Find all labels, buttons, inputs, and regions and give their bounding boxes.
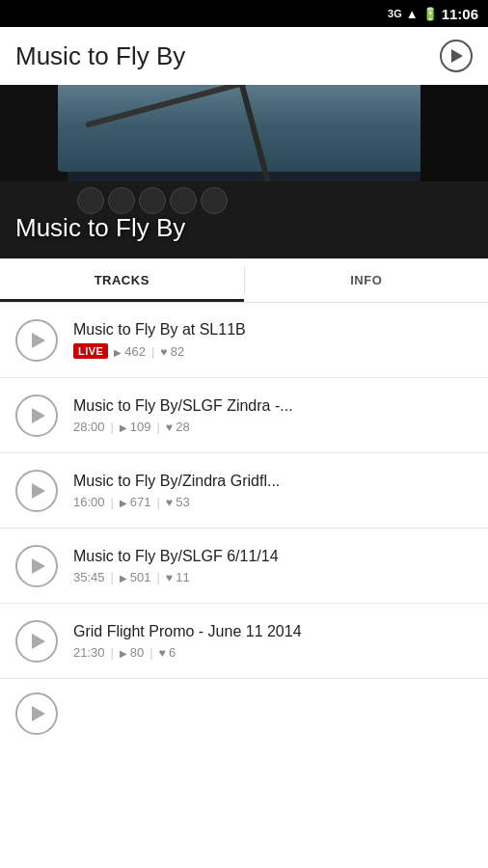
hero-title: Music to Fly By — [15, 213, 185, 243]
track-duration: 35:45 — [73, 570, 105, 584]
meta-divider: | — [111, 645, 114, 660]
app-bar-play-button[interactable] — [440, 40, 473, 72]
instrument-1 — [77, 187, 104, 214]
track-item: Music to Fly By at SL11BLIVE462|82 — [0, 303, 488, 378]
track-heart-count: 53 — [166, 495, 190, 509]
track-title: Grid Flight Promo - June 11 2014 — [73, 623, 473, 640]
track-meta: 35:45|501|11 — [73, 570, 473, 584]
track-play-button[interactable] — [15, 620, 58, 663]
track-info: Music to Fly By/SLGF 6/11/1435:45|501|11 — [73, 548, 473, 584]
track-duration: 21:30 — [73, 645, 105, 660]
track-duration: 16:00 — [73, 495, 105, 509]
track-meta: 16:00|671|53 — [73, 495, 473, 509]
track-heart-count: 11 — [166, 570, 190, 584]
track-item: Music to Fly By/SLGF 6/11/1435:45|501|11 — [0, 529, 488, 604]
meta-divider: | — [156, 570, 159, 584]
track-info: Music to Fly By/Zindra Gridfl...16:00|67… — [73, 473, 473, 509]
app-bar: Music to Fly By — [0, 27, 488, 85]
track-item: Music to Fly By/SLGF Zindra -...28:00|10… — [0, 378, 488, 453]
tab-info[interactable]: INFO — [245, 258, 489, 302]
meta-divider: | — [151, 344, 154, 359]
app-title: Music to Fly By — [15, 41, 185, 71]
track-title: Music to Fly By/SLGF 6/11/14 — [73, 548, 473, 565]
track-play-button[interactable] — [15, 394, 58, 437]
track-title: Music to Fly By/Zindra Gridfl... — [73, 473, 473, 490]
track-play-count: 671 — [120, 495, 150, 509]
track-info: Grid Flight Promo - June 11 201421:30|80… — [73, 623, 473, 660]
track-info: Music to Fly By at SL11BLIVE462|82 — [73, 321, 473, 359]
battery-icon: 🔋 — [422, 7, 438, 21]
signal-icon: ▲ — [406, 7, 419, 21]
track-play-button-partial[interactable] — [15, 692, 58, 735]
track-list: Music to Fly By at SL11BLIVE462|82Music … — [0, 303, 488, 748]
track-play-button[interactable] — [15, 545, 58, 587]
track-duration: 28:00 — [73, 420, 105, 434]
network-label: 3G — [388, 8, 402, 19]
track-play-button[interactable] — [15, 319, 58, 362]
track-item: Music to Fly By/Zindra Gridfl...16:00|67… — [0, 453, 488, 529]
track-play-count: 109 — [120, 420, 150, 434]
tab-tracks[interactable]: TRACKS — [0, 258, 244, 302]
track-play-button[interactable] — [15, 470, 58, 512]
hero-image: Music to Fly By — [0, 85, 488, 258]
track-meta: 21:30|80|6 — [73, 645, 473, 660]
live-badge: LIVE — [73, 343, 108, 359]
meta-divider: | — [111, 570, 114, 584]
meta-divider: | — [111, 420, 114, 434]
track-title: Music to Fly By/SLGF Zindra -... — [73, 397, 473, 415]
track-item: Grid Flight Promo - June 11 201421:30|80… — [0, 604, 488, 679]
track-heart-count: 28 — [166, 420, 190, 434]
track-meta: LIVE462|82 — [73, 343, 473, 359]
track-title: Music to Fly By at SL11B — [73, 321, 473, 339]
status-bar: 3G ▲ 🔋 11:06 — [0, 0, 488, 27]
track-heart-count: 82 — [160, 344, 184, 359]
track-heart-count: 6 — [159, 645, 176, 660]
instrument-4 — [170, 187, 197, 214]
track-meta: 28:00|109|28 — [73, 420, 473, 434]
meta-divider: | — [156, 420, 159, 434]
track-info: Music to Fly By/SLGF Zindra -...28:00|10… — [73, 397, 473, 434]
track-play-count: 80 — [120, 645, 144, 660]
track-play-count: 501 — [120, 570, 150, 584]
status-time: 11:06 — [442, 6, 478, 22]
track-play-count: 462 — [114, 344, 145, 359]
meta-divider: | — [111, 495, 114, 509]
instrument-2 — [108, 187, 135, 214]
instrument-5 — [201, 187, 228, 214]
tabs-bar: TRACKS INFO — [0, 258, 488, 303]
meta-divider: | — [156, 495, 159, 509]
meta-divider: | — [149, 645, 152, 660]
track-item-partial — [0, 679, 488, 748]
instrument-3 — [139, 187, 166, 214]
status-icons: 3G ▲ 🔋 11:06 — [388, 6, 478, 22]
